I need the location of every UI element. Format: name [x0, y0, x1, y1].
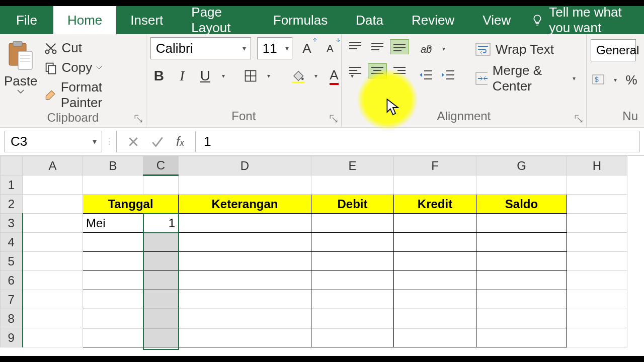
cell[interactable]: [143, 309, 179, 328]
row-header[interactable]: 6: [1, 271, 23, 290]
cell[interactable]: [83, 309, 143, 328]
cell[interactable]: [83, 271, 143, 290]
cell[interactable]: [311, 290, 394, 309]
accounting-format-button[interactable]: $: [591, 70, 608, 89]
cell[interactable]: [567, 214, 627, 233]
col-header[interactable]: F: [394, 156, 476, 175]
cell[interactable]: [179, 309, 311, 328]
font-size-combo[interactable]: 11 ▾: [257, 37, 292, 59]
tab-home[interactable]: Home: [53, 6, 116, 34]
borders-caret[interactable]: ▾: [265, 72, 272, 79]
cell[interactable]: [567, 290, 627, 309]
col-header[interactable]: E: [311, 156, 394, 175]
cell[interactable]: [143, 328, 179, 347]
fx-icon[interactable]: fx: [176, 134, 184, 149]
cell[interactable]: [143, 290, 179, 309]
cell[interactable]: [567, 233, 627, 252]
cell[interactable]: [311, 271, 394, 290]
cell[interactable]: [394, 214, 476, 233]
increase-indent-button[interactable]: [439, 67, 458, 82]
row-header[interactable]: 7: [1, 290, 23, 309]
cell[interactable]: [23, 328, 83, 347]
cell[interactable]: [476, 175, 567, 195]
cell[interactable]: [311, 309, 394, 328]
cell[interactable]: [394, 252, 476, 271]
cell[interactable]: [143, 233, 179, 252]
cell[interactable]: [83, 175, 143, 195]
col-header[interactable]: B: [83, 156, 143, 175]
cell[interactable]: [311, 233, 394, 252]
tab-insert[interactable]: Insert: [116, 6, 177, 34]
caret-down-icon[interactable]: ▾: [88, 137, 102, 146]
tell-me-search[interactable]: Tell me what you want: [525, 6, 644, 34]
cell[interactable]: [567, 328, 627, 347]
cancel-icon[interactable]: [128, 136, 139, 147]
cut-button[interactable]: Cut: [44, 40, 142, 56]
font-name-combo[interactable]: Calibri ▾: [150, 37, 251, 59]
row-header[interactable]: 3: [1, 214, 23, 233]
cell[interactable]: [179, 290, 311, 309]
header-saldo[interactable]: Saldo: [476, 195, 567, 214]
col-header[interactable]: A: [23, 156, 83, 175]
underline-caret[interactable]: ▾: [220, 72, 227, 79]
col-header[interactable]: G: [476, 156, 567, 175]
cell[interactable]: [23, 195, 83, 214]
cell[interactable]: [23, 252, 83, 271]
fill-color-button[interactable]: [289, 66, 306, 85]
align-top-button[interactable]: [346, 39, 365, 54]
cell[interactable]: [311, 175, 394, 195]
align-bottom-button[interactable]: [390, 39, 409, 54]
italic-button[interactable]: I: [174, 66, 191, 85]
copy-caret-icon[interactable]: [96, 65, 102, 70]
cell[interactable]: [567, 271, 627, 290]
tab-formulas[interactable]: Formulas: [259, 6, 342, 34]
enter-icon[interactable]: [151, 136, 164, 147]
align-center-button[interactable]: [368, 63, 387, 78]
paste-caret-icon[interactable]: [17, 89, 24, 94]
cell[interactable]: [567, 252, 627, 271]
tab-file[interactable]: File: [0, 6, 53, 34]
font-color-button[interactable]: A: [326, 66, 343, 85]
cell-c3[interactable]: 1: [143, 214, 179, 233]
align-right-button[interactable]: [390, 63, 409, 78]
col-header[interactable]: H: [567, 156, 627, 175]
number-format-combo[interactable]: General: [591, 39, 636, 61]
cell[interactable]: [23, 175, 83, 195]
cell[interactable]: [476, 252, 567, 271]
cell[interactable]: [23, 233, 83, 252]
tab-data[interactable]: Data: [342, 6, 397, 34]
cell-b3[interactable]: Mei: [83, 214, 143, 233]
cell[interactable]: [394, 309, 476, 328]
name-box[interactable]: C3 ▾: [4, 131, 102, 152]
cell[interactable]: [23, 214, 83, 233]
row-header[interactable]: 4: [1, 233, 23, 252]
cell[interactable]: [476, 271, 567, 290]
cell[interactable]: [23, 309, 83, 328]
merge-caret[interactable]: ▾: [572, 75, 577, 82]
orientation-button[interactable]: ab: [417, 39, 434, 58]
header-keterangan[interactable]: Keterangan: [179, 195, 311, 214]
cell[interactable]: [83, 290, 143, 309]
cell[interactable]: [179, 214, 311, 233]
cell[interactable]: [311, 214, 394, 233]
align-middle-button[interactable]: [368, 39, 387, 54]
tab-review[interactable]: Review: [397, 6, 468, 34]
header-tanggal[interactable]: Tanggal: [83, 195, 179, 214]
font-dialog-launcher[interactable]: [329, 114, 338, 123]
cell[interactable]: [83, 233, 143, 252]
worksheet-grid[interactable]: A B C D E F G H 1 2 Tanggal Keterangan D…: [0, 156, 644, 347]
row-header[interactable]: 1: [1, 175, 23, 195]
cell[interactable]: [394, 175, 476, 195]
row-header[interactable]: 5: [1, 252, 23, 271]
cell[interactable]: [83, 328, 143, 347]
header-debit[interactable]: Debit: [311, 195, 394, 214]
paste-button[interactable]: Paste: [4, 37, 38, 111]
cell[interactable]: [567, 195, 627, 214]
header-kredit[interactable]: Kredit: [394, 195, 476, 214]
tab-view[interactable]: View: [468, 6, 525, 34]
select-all-corner[interactable]: [1, 156, 23, 175]
row-header[interactable]: 2: [1, 195, 23, 214]
format-painter-button[interactable]: Format Painter: [44, 79, 142, 111]
cell[interactable]: [143, 175, 179, 195]
percent-button[interactable]: %: [623, 70, 640, 89]
